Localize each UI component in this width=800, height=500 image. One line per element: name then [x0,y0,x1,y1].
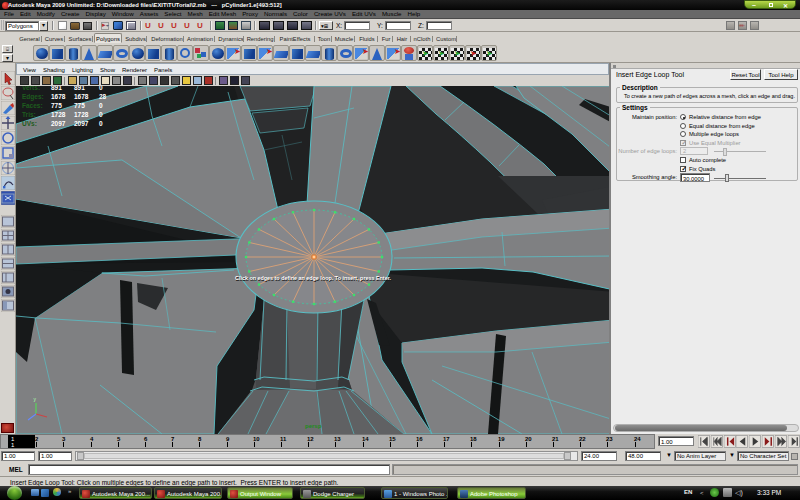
svg-text:891: 891 [74,86,85,91]
svg-text:1678: 1678 [74,93,89,100]
svg-text:0: 0 [99,120,103,127]
svg-text:Faces:: Faces: [22,102,43,109]
svg-text:1728: 1728 [51,111,66,118]
svg-text:0: 0 [99,111,103,118]
svg-text:2097: 2097 [51,120,66,127]
svg-text:28: 28 [99,93,107,100]
svg-text:Verts:: Verts: [22,86,40,91]
svg-text:persp: persp [305,423,322,429]
svg-text:1678: 1678 [51,93,66,100]
svg-text:Edges:: Edges: [22,93,44,101]
svg-text:775: 775 [51,102,62,109]
svg-text:2097: 2097 [74,120,89,127]
svg-text:891: 891 [51,86,62,91]
svg-text:775: 775 [74,102,85,109]
svg-text:UVs:: UVs: [22,120,37,127]
svg-text:Click on edges to define an ed: Click on edges to define an edge loop. T… [235,275,391,281]
svg-text:0: 0 [99,102,103,109]
svg-text:Tris:: Tris: [22,111,36,118]
svg-text:1728: 1728 [74,111,89,118]
svg-text:0: 0 [99,86,103,91]
